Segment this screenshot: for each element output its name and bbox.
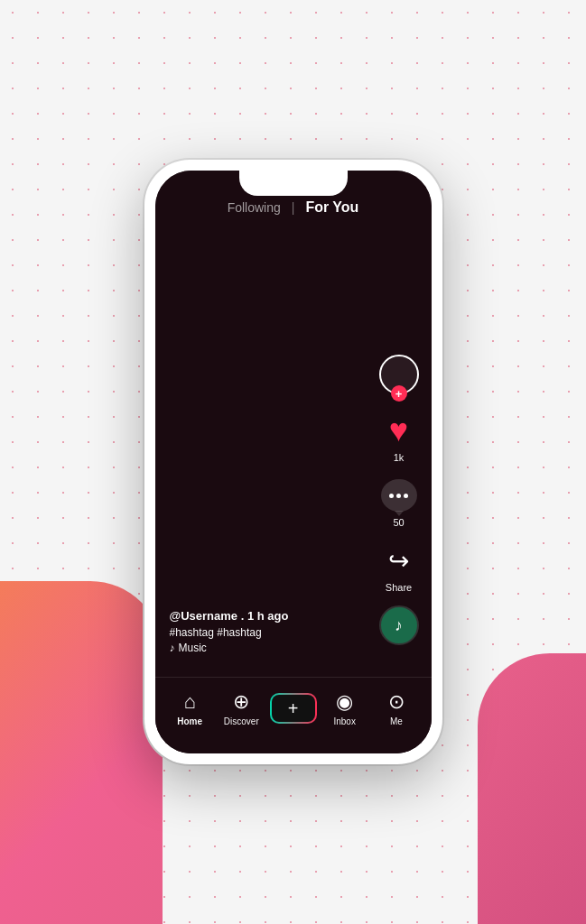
like-action[interactable]: ♥ 1k [379, 411, 419, 463]
phone-notch [239, 171, 348, 196]
search-icon: ⊕ [233, 690, 249, 714]
username-time[interactable]: @Username . 1 h ago [170, 609, 289, 623]
nav-divider: | [292, 200, 295, 215]
music-note-icon: ♪ [395, 616, 403, 635]
inbox-icon: ◉ [336, 690, 353, 714]
comment-bubble [381, 479, 417, 512]
share-icon-wrap: ↪ [379, 541, 419, 580]
nav-discover[interactable]: ⊕ Discover [216, 690, 267, 726]
right-action-panel: + ♥ 1k [379, 355, 419, 645]
video-info: @Username . 1 h ago #hashtag #hashtag ♪ … [170, 609, 289, 654]
inbox-label: Inbox [333, 716, 355, 726]
music-tag[interactable]: ♪ Music [170, 642, 289, 654]
music-tiktok-icon: ♪ [170, 642, 175, 654]
phone-mockup: Following | For You + ♥ 1k [144, 160, 442, 764]
hashtags[interactable]: #hashtag #hashtag [170, 626, 289, 639]
share-label: Share [386, 582, 412, 593]
comment-count: 50 [393, 517, 404, 528]
top-navigation: Following | For You [155, 199, 432, 216]
nav-create[interactable]: + [267, 693, 319, 724]
background-gradient-right [478, 653, 586, 924]
phone-outer-shell: Following | For You + ♥ 1k [144, 160, 442, 764]
nav-me[interactable]: ⊙ Me [370, 690, 422, 726]
me-label: Me [390, 716, 403, 726]
like-icon-wrap: ♥ [379, 411, 419, 450]
profile-icon: ⊙ [388, 690, 405, 714]
avatar-follow[interactable]: + [379, 355, 419, 394]
create-button[interactable]: + [270, 693, 317, 724]
bottom-navigation: ⌂ Home ⊕ Discover + ◉ Inbox ⊙ [155, 677, 432, 753]
comment-action[interactable]: 50 [379, 476, 419, 528]
share-action[interactable]: ↪ Share [379, 541, 419, 593]
nav-home[interactable]: ⌂ Home [164, 690, 216, 726]
music-name: Music [179, 642, 207, 654]
nav-inbox[interactable]: ◉ Inbox [319, 690, 370, 726]
comment-dots [389, 494, 408, 498]
background-gradient-left [0, 581, 163, 924]
create-plus-icon: + [288, 698, 299, 719]
music-disc[interactable]: ♪ [379, 605, 419, 645]
for-you-tab[interactable]: For You [305, 199, 358, 216]
phone-screen: Following | For You + ♥ 1k [155, 171, 432, 753]
like-count: 1k [394, 452, 405, 463]
discover-label: Discover [224, 716, 259, 726]
share-icon: ↪ [388, 546, 409, 576]
follow-plus-button[interactable]: + [391, 385, 407, 402]
home-label: Home [177, 716, 202, 726]
following-tab[interactable]: Following [228, 200, 281, 215]
comment-icon-wrap [379, 476, 419, 515]
heart-icon: ♥ [389, 414, 408, 447]
home-icon: ⌂ [183, 690, 195, 714]
